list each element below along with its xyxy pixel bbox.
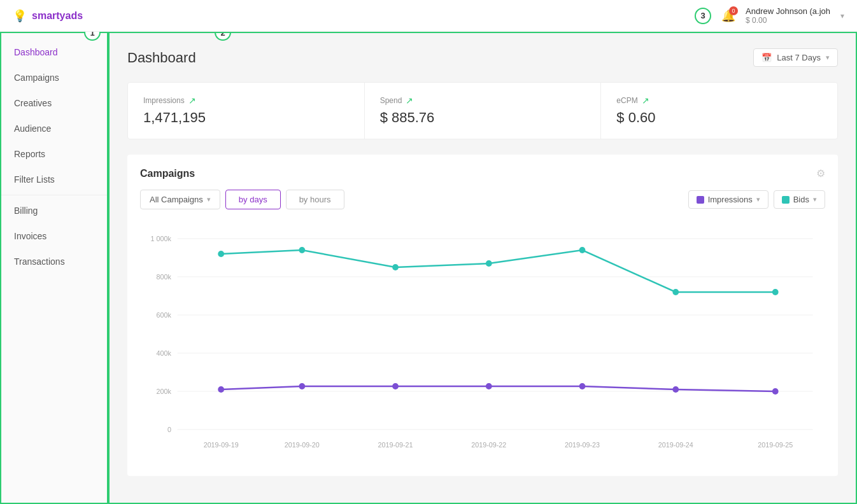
campaigns-title: Campaigns [140, 168, 195, 179]
campaigns-section: Campaigns ⚙ All Campaigns ▾ by days by h… [127, 155, 838, 476]
by-hours-tab[interactable]: by hours [286, 190, 344, 209]
bids-dot-1 [218, 251, 224, 257]
stat-ecpm-value: $ 0.60 [616, 109, 822, 126]
all-campaigns-dropdown[interactable]: All Campaigns ▾ [140, 190, 220, 209]
bids-dot-5 [579, 247, 586, 253]
x-label-2: 2019-09-20 [285, 441, 320, 449]
controls-right: Impressions ▾ Bids ▾ [688, 190, 825, 209]
x-label-5: 2019-09-23 [565, 441, 600, 449]
sidebar-item-label: Creatives [14, 98, 52, 108]
controls-left: All Campaigns ▾ by days by hours [140, 190, 344, 209]
impressions-legend-chevron: ▾ [756, 195, 760, 204]
impressions-dot-1 [218, 386, 224, 393]
sidebar-item-invoices[interactable]: Invoices [1, 223, 107, 249]
logo: 💡 smartyads [13, 9, 83, 23]
x-label-3: 2019-09-21 [378, 441, 413, 449]
impressions-dot-7 [772, 388, 779, 395]
stat-impressions-label: Impressions ↗ [143, 95, 349, 106]
step3-badge: 3 [695, 8, 711, 24]
impressions-legend-btn[interactable]: Impressions ▾ [688, 190, 768, 209]
bids-dot-4 [486, 260, 492, 267]
sidebar-item-dashboard[interactable]: Dashboard [1, 39, 107, 65]
sidebar-item-audience[interactable]: Audience [1, 116, 107, 141]
layout: 1 Dashboard Campaigns Creatives Audience… [0, 32, 857, 504]
sidebar-item-label: Filter Lists [14, 174, 55, 185]
sidebar-item-label: Billing [14, 206, 38, 216]
sidebar-item-label: Invoices [14, 231, 46, 241]
ecpm-trend-icon: ↗ [642, 95, 649, 106]
svg-text:1 000k: 1 000k [151, 235, 172, 242]
svg-text:600k: 600k [157, 311, 172, 319]
all-campaigns-label: All Campaigns [150, 195, 203, 204]
sidebar-item-transactions[interactable]: Transactions [1, 249, 107, 274]
bids-dot-3 [392, 264, 399, 270]
sidebar-item-billing[interactable]: Billing [1, 198, 107, 223]
stat-ecpm: eCPM ↗ $ 0.60 [601, 83, 837, 139]
campaigns-controls: All Campaigns ▾ by days by hours Impress… [127, 190, 838, 220]
sidebar-item-label: Dashboard [14, 47, 58, 57]
impressions-trend-icon: ↗ [188, 95, 196, 106]
sidebar-item-label: Campaigns [14, 73, 59, 83]
x-label-7: 2019-09-25 [758, 441, 793, 449]
gear-icon[interactable]: ⚙ [816, 167, 825, 179]
spend-trend-icon: ↗ [406, 95, 413, 106]
svg-text:400k: 400k [157, 349, 172, 357]
header: 💡 smartyads 3 🔔 0 Andrew Johnson (a.joh … [0, 0, 857, 32]
user-dropdown-chevron[interactable]: ▾ [840, 11, 844, 20]
calendar-icon: 📅 [761, 53, 772, 62]
stat-spend-value: $ 885.76 [380, 109, 586, 126]
date-selector[interactable]: 📅 Last 7 Days ▾ [753, 48, 838, 67]
impressions-dot-3 [392, 383, 399, 389]
step2-badge: 2 [215, 32, 231, 41]
sidebar-item-reports[interactable]: Reports [1, 141, 107, 167]
bids-legend-dot [782, 196, 790, 204]
bids-legend-chevron: ▾ [813, 195, 817, 204]
bids-line [221, 250, 776, 292]
x-label-1: 2019-09-19 [204, 441, 239, 449]
sidebar-item-label: Audience [14, 123, 51, 134]
impressions-dot-6 [672, 386, 679, 393]
bids-legend-btn[interactable]: Bids ▾ [774, 190, 825, 209]
campaigns-chevron-icon: ▾ [207, 195, 211, 204]
svg-text:0: 0 [167, 426, 171, 433]
stat-spend: Spend ↗ $ 885.76 [365, 83, 602, 139]
notification-bell[interactable]: 🔔 0 [721, 9, 735, 23]
notification-badge: 0 [729, 6, 738, 15]
bids-legend-label: Bids [793, 195, 809, 204]
page-title: Dashboard [127, 50, 196, 66]
by-days-tab[interactable]: by days [225, 190, 281, 209]
user-balance: $ 0.00 [746, 16, 767, 25]
bids-dot-2 [299, 247, 305, 253]
stat-impressions-value: 1,471,195 [143, 109, 349, 126]
impressions-dot-4 [486, 383, 492, 389]
sidebar-item-label: Transactions [14, 256, 65, 267]
user-name: Andrew Johnson (a.joh [746, 6, 830, 16]
x-label-6: 2019-09-24 [658, 441, 693, 449]
page-header: Dashboard 📅 Last 7 Days ▾ [127, 48, 838, 67]
campaigns-chart: 1 000k 800k 600k 400k 200k 0 [140, 220, 825, 461]
campaigns-header: Campaigns ⚙ [127, 167, 838, 190]
sidebar-item-creatives[interactable]: Creatives [1, 90, 107, 116]
stat-spend-label: Spend ↗ [380, 95, 586, 106]
sidebar-item-filter-lists[interactable]: Filter Lists [1, 167, 107, 192]
stats-row: Impressions ↗ 1,471,195 Spend ↗ $ 885.76… [127, 82, 838, 139]
app-name: smartyads [32, 10, 83, 22]
by-hours-label: by hours [299, 195, 331, 204]
bids-dot-6 [672, 289, 679, 295]
impressions-dot-2 [299, 383, 305, 389]
svg-text:800k: 800k [157, 273, 172, 281]
impressions-legend-dot [697, 196, 704, 204]
svg-text:200k: 200k [157, 388, 172, 395]
bids-dot-7 [772, 289, 779, 295]
impressions-legend-label: Impressions [708, 195, 753, 204]
sidebar-item-campaigns[interactable]: Campaigns [1, 65, 107, 90]
stat-impressions: Impressions ↗ 1,471,195 [128, 83, 365, 139]
x-label-4: 2019-09-22 [471, 441, 506, 449]
user-info[interactable]: Andrew Johnson (a.joh $ 0.00 [746, 6, 830, 25]
header-right: 3 🔔 0 Andrew Johnson (a.joh $ 0.00 ▾ [695, 6, 844, 25]
impressions-dot-5 [579, 383, 586, 389]
chart-container: 1 000k 800k 600k 400k 200k 0 [127, 220, 838, 476]
sidebar-item-label: Reports [14, 149, 45, 159]
stat-ecpm-label: eCPM ↗ [616, 95, 822, 106]
date-chevron-icon: ▾ [826, 53, 830, 62]
